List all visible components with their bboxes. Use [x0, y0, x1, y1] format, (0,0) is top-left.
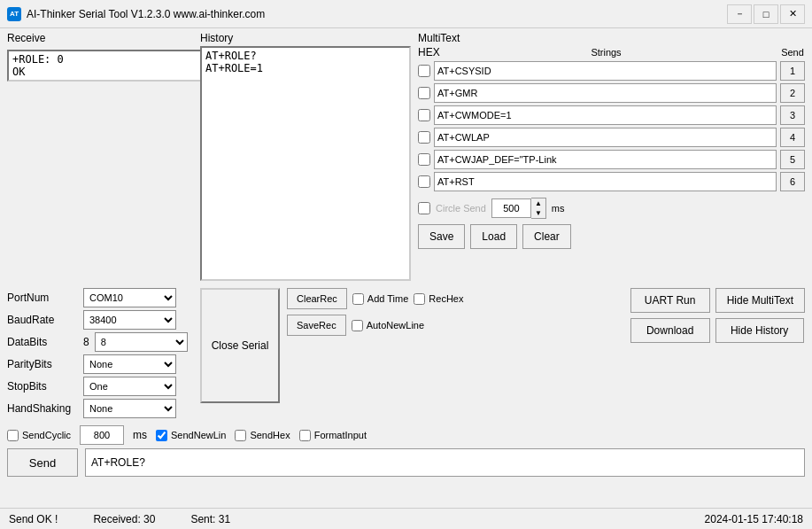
- handshaking-label: HandShaking: [7, 402, 78, 415]
- sent-status: Sent: 31: [190, 513, 230, 525]
- baudrate-label: BaudRate: [7, 314, 78, 326]
- mt-send-btn-6[interactable]: 6: [780, 172, 805, 191]
- status-bar: Send OK ! Received: 30 Sent: 31 2024-01-…: [0, 508, 812, 529]
- mt-checkbox-2[interactable]: [418, 87, 430, 99]
- send-button[interactable]: Send: [7, 448, 78, 477]
- uart-run-button[interactable]: UART Run: [630, 288, 710, 313]
- strings-col-label: Strings: [436, 47, 777, 58]
- mt-send-btn-1[interactable]: 1: [780, 61, 805, 81]
- multitext-label: MultiText: [418, 32, 805, 44]
- stopbits-label: StopBits: [7, 380, 78, 393]
- download-button[interactable]: Download: [630, 318, 710, 343]
- autonewline-checkbox[interactable]: [352, 320, 363, 331]
- sendcyclic-checkbox[interactable]: [7, 430, 19, 441]
- send-row: Send: [7, 448, 805, 477]
- close-serial-button[interactable]: Close Serial: [200, 288, 280, 403]
- portnum-select[interactable]: COM10: [83, 288, 176, 307]
- spin-down-button[interactable]: ▼: [531, 208, 545, 218]
- rechex-checkbox[interactable]: [414, 293, 425, 305]
- middle-controls: PortNum COM10 BaudRate 38400 DataBits 8 …: [7, 288, 805, 418]
- sendnewlin-checkbox[interactable]: [156, 430, 167, 441]
- autonewline-checkbox-group: AutoNewLine: [352, 320, 424, 331]
- sendhex-checkbox[interactable]: [235, 430, 246, 441]
- mt-row-3: 3: [418, 105, 805, 125]
- sendhex-group: SendHex: [235, 430, 290, 441]
- circle-send-input[interactable]: [491, 198, 531, 218]
- handshaking-row: HandShaking None: [7, 399, 193, 418]
- mt-checkbox-4[interactable]: [418, 131, 430, 144]
- paritybits-row: ParityBits None: [7, 354, 193, 374]
- load-button[interactable]: Load: [470, 224, 517, 249]
- portnum-label: PortNum: [7, 292, 78, 304]
- autonewline-label: AutoNewLine: [367, 320, 424, 331]
- clear-button[interactable]: Clear: [522, 224, 571, 249]
- close-button[interactable]: ✕: [780, 4, 805, 24]
- spinbox-buttons: ▲ ▼: [531, 198, 546, 219]
- mt-string-5[interactable]: [434, 150, 777, 169]
- addtime-checkbox[interactable]: [352, 293, 364, 305]
- mt-string-1[interactable]: [434, 61, 777, 81]
- mt-row-5: 5: [418, 150, 805, 169]
- port-settings: Receive: [7, 32, 193, 82]
- ms-input[interactable]: [80, 425, 124, 445]
- send-input[interactable]: [85, 448, 805, 477]
- mt-row-1: 1: [418, 61, 805, 81]
- hide-multitext-button[interactable]: Hide MultiText: [715, 288, 805, 313]
- handshaking-select[interactable]: None: [83, 399, 176, 418]
- paritybits-select[interactable]: None: [83, 354, 176, 374]
- hide-history-button[interactable]: Hide History: [715, 318, 804, 343]
- rechex-checkbox-group: RecHex: [414, 293, 463, 305]
- formatinput-group: FormatInput: [299, 430, 367, 441]
- maximize-button[interactable]: □: [754, 4, 778, 24]
- circle-send-spinbox: ▲ ▼: [491, 198, 546, 219]
- mt-checkbox-3[interactable]: [418, 109, 430, 121]
- paritybits-label: ParityBits: [7, 358, 78, 370]
- databits-select[interactable]: 8: [95, 332, 188, 352]
- send-options: SendCyclic ms SendNewLin SendHex FormatI…: [7, 425, 805, 445]
- sendcyclic-label: SendCyclic: [22, 430, 71, 440]
- mt-checkbox-1[interactable]: [418, 65, 430, 77]
- history-panel: History: [200, 32, 411, 281]
- rec-controls: ClearRec Add Time RecHex SaveRec AutoNew…: [287, 288, 463, 336]
- title-bar-text: AI-Thinker Serial Tool V1.2.3.0 www.ai-t…: [27, 8, 727, 20]
- baudrate-select[interactable]: 38400: [83, 310, 176, 330]
- formatinput-label: FormatInput: [314, 430, 367, 440]
- portnum-row: PortNum COM10: [7, 288, 193, 307]
- databits-row: DataBits 8 8: [7, 332, 193, 352]
- saverec-button[interactable]: SaveRec: [287, 315, 346, 336]
- mt-row-2: 2: [418, 83, 805, 103]
- history-textarea[interactable]: [200, 46, 411, 281]
- stopbits-select[interactable]: One: [83, 377, 176, 396]
- received-status: Received: 30: [93, 513, 155, 525]
- databits-label: DataBits: [7, 336, 78, 348]
- spin-up-button[interactable]: ▲: [531, 198, 545, 208]
- mt-checkbox-6[interactable]: [418, 175, 430, 188]
- mt-checkbox-5[interactable]: [418, 153, 430, 166]
- save-button[interactable]: Save: [418, 224, 465, 249]
- baudrate-row: BaudRate 38400: [7, 310, 193, 330]
- sendnewlin-group: SendNewLin: [156, 430, 226, 441]
- mt-send-btn-4[interactable]: 4: [780, 128, 805, 147]
- ms-label: ms: [133, 429, 147, 441]
- sendcyclic-group: SendCyclic: [7, 430, 71, 441]
- mt-string-2[interactable]: [434, 83, 777, 103]
- mt-action-buttons: Save Load Clear: [418, 224, 805, 249]
- minimize-button[interactable]: －: [727, 4, 752, 24]
- sendnewlin-label: SendNewLin: [171, 430, 226, 440]
- mt-send-btn-2[interactable]: 2: [780, 83, 805, 103]
- mt-string-4[interactable]: [434, 128, 777, 147]
- right-buttons-row2: Download Hide History: [630, 318, 805, 343]
- port-settings-panel: PortNum COM10 BaudRate 38400 DataBits 8 …: [7, 288, 193, 418]
- history-label: History: [200, 32, 411, 44]
- multitext-panel: MultiText HEX Strings Send 1 2 3: [418, 32, 805, 249]
- multitext-headers: HEX Strings Send: [418, 46, 805, 58]
- addtime-checkbox-group: Add Time: [352, 293, 408, 305]
- circle-send-checkbox[interactable]: [418, 202, 430, 214]
- mt-send-btn-3[interactable]: 3: [780, 105, 805, 125]
- mt-string-6[interactable]: [434, 172, 777, 191]
- formatinput-checkbox[interactable]: [299, 430, 311, 441]
- mt-send-btn-5[interactable]: 5: [780, 150, 805, 169]
- sendhex-label: SendHex: [250, 430, 290, 440]
- clearrec-button[interactable]: ClearRec: [287, 288, 347, 309]
- mt-string-3[interactable]: [434, 105, 777, 125]
